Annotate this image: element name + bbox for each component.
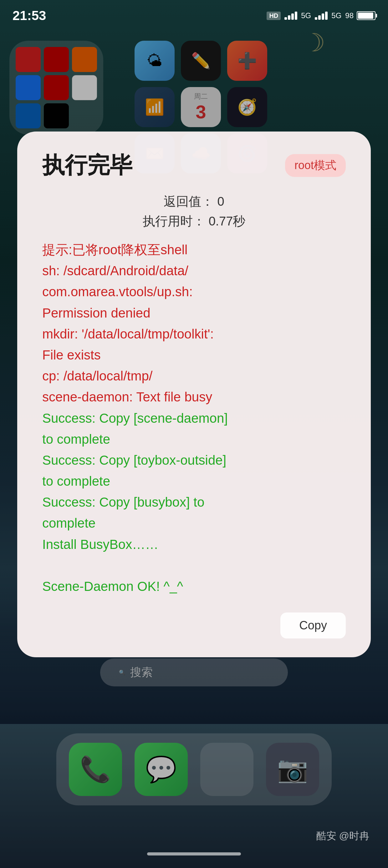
error-line-2: sh: /sdcard/Android/data/com.omarea.vtoo… [42, 260, 346, 323]
error-line-1: 提示:已将root降权至shell [42, 239, 346, 260]
signal1-icon [284, 11, 297, 20]
success-line-3: Success: Copy [busybox] tocomplete [42, 492, 346, 534]
success-line-5: Scene-Daemon OK! ^_^ [42, 576, 346, 597]
watermark: 酷安 @时冉 [316, 829, 369, 843]
error-line-3: mkdir: '/data/local/tmp/toolkit':File ex… [42, 323, 346, 365]
battery-box [357, 11, 376, 20]
success-line-2: Success: Copy [toybox-outside]to complet… [42, 450, 346, 492]
return-value: 0 [217, 194, 224, 208]
time-line: 执行用时： 0.77秒 [42, 213, 346, 230]
status-time: 21:53 [12, 8, 46, 23]
hd-icon: HD [267, 11, 281, 20]
status-icons: HD 5G 5G 98 [267, 11, 376, 20]
modal-content: 提示:已将root降权至shell sh: /sdcard/Android/da… [42, 239, 346, 597]
success-line-4: Install BusyBox…… [42, 534, 346, 555]
return-value-line: 返回值： 0 [42, 193, 346, 210]
modal-header: 执行完毕 root模式 [42, 150, 346, 180]
time-label: 执行用时： [143, 214, 205, 228]
copy-button[interactable]: Copy [280, 613, 346, 639]
root-badge: root模式 [285, 154, 346, 177]
status-bar: 21:53 HD 5G 5G 98 [0, 0, 388, 25]
time-value: 0.77秒 [209, 214, 246, 228]
modal-stats: 返回值： 0 执行用时： 0.77秒 [42, 193, 346, 230]
signal1-label: 5G [301, 11, 311, 20]
success-line-1: Success: Copy [scene-daemon]to complete [42, 408, 346, 450]
error-line-4: cp: /data/local/tmp/scene-daemon: Text f… [42, 365, 346, 407]
return-label: 返回值： [164, 194, 214, 208]
modal-card: 执行完毕 root模式 返回值： 0 执行用时： 0.77秒 提示:已将root… [17, 131, 371, 657]
battery-icon: 98 [345, 11, 376, 20]
signal2-label: 5G [331, 11, 342, 20]
battery-level: 98 [345, 11, 354, 20]
modal-title: 执行完毕 [42, 150, 132, 180]
signal2-icon [315, 11, 328, 20]
battery-fill [358, 12, 373, 19]
home-indicator[interactable] [147, 852, 241, 856]
